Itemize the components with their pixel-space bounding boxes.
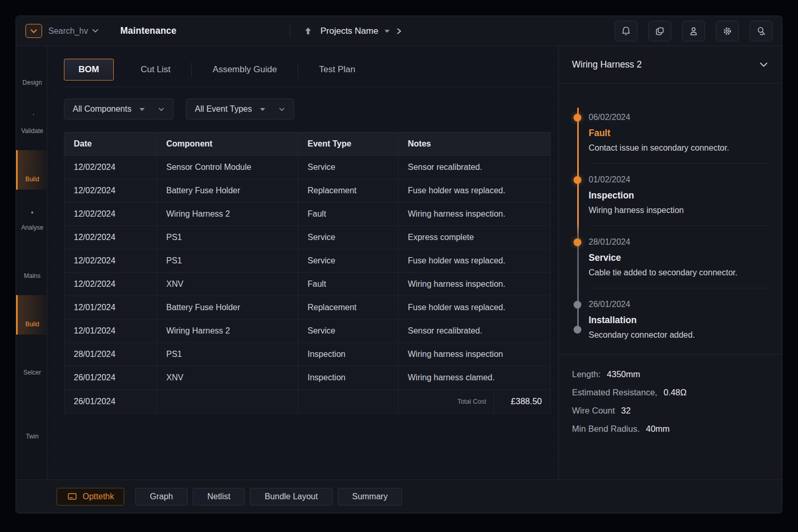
workspace-logo-button[interactable] (25, 24, 42, 38)
cell-date: 26/01/2024 (64, 390, 157, 414)
timeline-dot (574, 176, 581, 184)
cell-notes: Fuse holder was replaced. (398, 179, 551, 203)
account-button[interactable] (682, 21, 705, 42)
event-types-filter-dropdown[interactable]: All Event Types (186, 99, 294, 119)
tab-assembly-guide[interactable]: Assembly Guide (192, 59, 298, 80)
netlist-button[interactable]: Netlist (193, 488, 245, 506)
table-row[interactable]: 12/02/2024 Wiring Harness 2 Fault Wiring… (64, 203, 551, 226)
tab-bar: BOM Cut List Assembly Guide Test Plan (64, 59, 550, 87)
chevron-down-icon (158, 107, 165, 112)
sidebar-item-analyse[interactable]: Analyse (16, 198, 47, 238)
timeline-entry[interactable]: 06/02/2024 Fault Contact issue in second… (589, 101, 769, 164)
detail-label: Length: (572, 369, 601, 379)
table-row[interactable]: 12/02/2024 PS1 Service Express complete (64, 226, 551, 249)
timeline-entry[interactable]: 26/01/2024 Installation Secondary connec… (589, 288, 769, 350)
collapse-panel-button[interactable] (759, 62, 768, 68)
cell-notes: Wiring harness inspection. (398, 273, 551, 296)
sidebar-item-label: Design (22, 79, 42, 86)
table-row[interactable]: 28/01/2024 PS1 Inspection Wiring harness… (64, 343, 551, 366)
timeline-dot (574, 238, 581, 246)
cell-date: 12/02/2024 (64, 203, 157, 226)
divider (290, 24, 290, 38)
table-row[interactable]: 26/01/2024 XNV Inspection Wiring harness… (64, 366, 551, 390)
table-row[interactable]: 12/02/2024 Sensor Control Module Service… (64, 156, 551, 179)
notifications-button[interactable] (615, 21, 637, 42)
timeline-event-type: Inspection (589, 190, 769, 201)
cell-component: XNV (157, 366, 298, 390)
search-button[interactable] (750, 21, 773, 42)
detail-row-resistance: Estimated Resistance, 0.48Ω (572, 388, 768, 397)
design-icon (25, 61, 39, 74)
timeline-date: 28/01/2024 (589, 237, 769, 247)
sidebar-item-label: Build (25, 321, 39, 328)
cell-notes: Fuse holder was replaced. (398, 249, 551, 273)
duplicate-button[interactable] (648, 21, 671, 42)
cell-notes: Wiring harness inspection (398, 343, 551, 366)
opttethk-button[interactable]: Opttethk (57, 488, 124, 506)
table-row[interactable]: 12/01/2024 Battery Fuse Holder Replaceme… (64, 296, 551, 320)
table-row[interactable]: 12/02/2024 Battery Fuse Holder Replaceme… (64, 179, 551, 203)
cell-empty (298, 390, 398, 414)
sidebar-item-selcer[interactable]: Selcer (16, 343, 47, 383)
cell-event-type: Replacement (298, 296, 398, 320)
timeline-end-dot (574, 326, 581, 334)
timeline-entry[interactable]: 01/02/2024 Inspection Wiring harness ins… (589, 164, 769, 226)
sidebar-item-mains[interactable]: Mains (16, 247, 47, 286)
detail-label: Estimated Resistance, (572, 388, 657, 397)
chevron-down-icon (278, 107, 285, 112)
triangle-down-icon (259, 107, 267, 112)
tab-cut-list[interactable]: Cut List (120, 59, 192, 80)
validate-icon (25, 109, 39, 123)
sidebar-item-twin[interactable]: Twin (16, 407, 47, 447)
tab-test-plan[interactable]: Test Plan (298, 59, 376, 80)
cell-date: 12/02/2024 (64, 156, 157, 179)
workspace-selector[interactable]: Search_hv (48, 26, 99, 36)
cell-event-type: Replacement (298, 179, 398, 203)
chevron-down-icon (92, 29, 99, 33)
sidebar-item-label: Selcer (23, 369, 41, 376)
cell-component: Battery Fuse Holder (157, 179, 298, 203)
cell-event-type: Fault (298, 203, 398, 226)
sidebar-item-label: Mains (24, 272, 41, 280)
graph-button[interactable]: Graph (135, 488, 187, 506)
bundle-layout-button[interactable]: Bundle Layout (250, 488, 332, 506)
filter-label: All Event Types (195, 104, 252, 114)
cell-date: 12/01/2024 (64, 296, 157, 320)
sidebar-item-label: Analyse (21, 224, 44, 231)
timeline-description: Secondary connector added. (589, 330, 769, 340)
sidebar-item-design[interactable]: Design (16, 54, 47, 93)
column-header-event-type[interactable]: Event Type (298, 132, 398, 156)
sidebar-item-build-2[interactable]: Build (16, 295, 47, 335)
selcer-icon (25, 351, 39, 364)
sidebar-item-validate[interactable]: Validate (16, 102, 47, 141)
timeline-date: 01/02/2024 (589, 175, 769, 184)
timeline-event-type: Service (589, 252, 769, 263)
sidebar-item-build[interactable]: Build (16, 150, 47, 190)
chevron-down-icon (30, 28, 38, 34)
table-header-row: Date Component Event Type Notes (64, 132, 551, 156)
table-row[interactable]: 12/01/2024 Wiring Harness 2 Service Sens… (64, 320, 551, 343)
table-row[interactable]: 12/02/2024 XNV Fault Wiring harness insp… (64, 273, 551, 296)
cell-event-type: Service (298, 320, 398, 343)
cell-event-type: Inspection (298, 366, 398, 390)
column-header-date[interactable]: Date (64, 132, 157, 156)
search-icon (755, 25, 767, 37)
column-header-component[interactable]: Component (157, 132, 298, 156)
column-header-notes[interactable]: Notes (398, 132, 551, 156)
cell-notes: Sensor recalibrated. (398, 320, 551, 343)
breadcrumb[interactable]: Projects Name (303, 26, 402, 36)
detail-value: 0.48Ω (663, 388, 686, 397)
timeline-entry[interactable]: 28/01/2024 Service Cable tie added to se… (589, 226, 769, 288)
tab-bom[interactable]: BOM (64, 59, 114, 81)
triangle-down-icon (383, 29, 391, 34)
page-title: Maintenance (121, 25, 177, 36)
components-filter-dropdown[interactable]: All Components (64, 99, 174, 119)
display-icon (67, 493, 77, 501)
table-row[interactable]: 12/02/2024 PS1 Service Fuse holder was r… (64, 249, 551, 273)
breadcrumb-project-name[interactable]: Projects Name (321, 26, 378, 36)
summary-button[interactable]: Summary (338, 488, 402, 506)
settings-button[interactable] (716, 21, 739, 42)
cell-component: PS1 (157, 343, 298, 366)
detail-panel-header: Wiring Harness 2 (558, 46, 782, 84)
chevron-right-icon (396, 28, 402, 35)
